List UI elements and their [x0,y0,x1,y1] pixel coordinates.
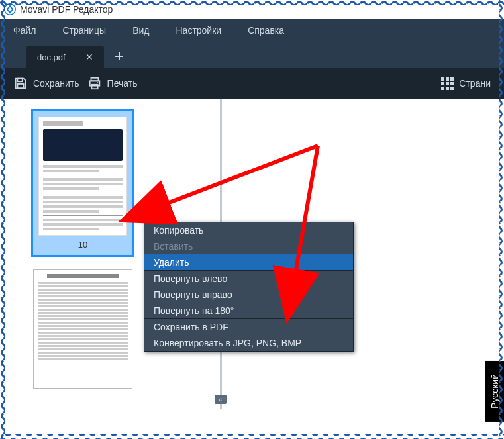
window-titlebar: Movavi PDF Редактор [0,0,504,19]
menu-pages[interactable]: Страницы [62,25,106,36]
menubar: Файл Страницы Вид Настройки Справка [0,19,504,42]
thumbnail-page-number: 10 [38,240,127,250]
tab-label: doc.pdf [37,52,66,62]
ctx-paste: Вставить [144,238,353,254]
ctx-save-pdf[interactable]: Сохранить в PDF [144,319,353,335]
close-tab-icon[interactable]: ✕ [85,52,93,62]
window-title: Movavi PDF Редактор [20,4,113,15]
collapse-handle-icon[interactable]: « [215,395,227,404]
save-button[interactable]: Сохранить [13,76,79,91]
app-chrome: Файл Страницы Вид Настройки Справка doc.… [0,19,504,99]
context-menu: Копировать Вставить Удалить Повернуть вл… [144,222,354,352]
print-icon [87,76,102,91]
ctx-rotate-180[interactable]: Повернуть на 180° [144,303,353,318]
toolbar: Сохранить Печать Страни [0,68,504,99]
menu-file[interactable]: Файл [13,25,36,36]
ctx-delete[interactable]: Удалить [144,254,353,270]
ctx-copy[interactable]: Копировать [144,222,353,238]
ctx-convert[interactable]: Конвертировать в JPG, PNG, BMP [144,335,353,351]
svg-rect-2 [17,79,22,82]
page-thumbnail-selected[interactable]: 10 [33,111,132,255]
svg-rect-3 [17,84,23,88]
print-button[interactable]: Печать [87,76,138,91]
menu-help[interactable]: Справка [248,25,284,36]
save-label: Сохранить [33,78,79,89]
plus-icon [114,51,125,62]
pages-view-button[interactable]: Страни [441,77,491,90]
page-preview [33,269,132,389]
language-tab[interactable]: Русский [485,361,504,422]
pages-view-label: Страни [459,78,491,89]
menu-settings[interactable]: Настройки [176,25,221,36]
app-logo-icon [4,3,16,15]
page-thumbnail[interactable] [33,269,132,389]
save-icon [13,76,28,91]
ctx-rotate-left[interactable]: Повернуть влево [144,271,353,287]
tabbar: doc.pdf ✕ [0,42,504,68]
svg-rect-9 [0,434,504,439]
new-tab-button[interactable] [109,45,129,68]
svg-point-7 [97,82,98,83]
page-preview [38,117,127,236]
document-tab[interactable]: doc.pdf ✕ [26,46,104,68]
print-label: Печать [107,78,138,89]
menu-view[interactable]: Вид [132,25,149,36]
ctx-rotate-right[interactable]: Повернуть вправо [144,287,353,303]
grid-icon [441,77,454,90]
language-label: Русский [489,374,500,409]
